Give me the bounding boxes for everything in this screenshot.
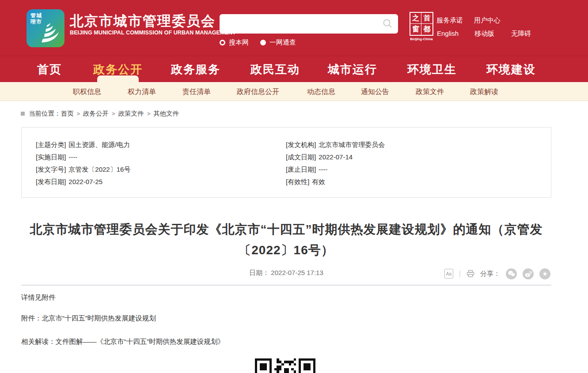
date-value: 2022-07-25 17:13 <box>271 269 323 276</box>
search-input[interactable] <box>226 16 376 32</box>
breadcrumb-separator: > <box>77 110 80 117</box>
share-label: 分享： <box>480 270 500 278</box>
nav-item-interaction[interactable]: 政民互动 <box>250 56 300 83</box>
meta-label: [发布日期] <box>36 178 66 185</box>
link-mobile[interactable]: 移动版 <box>474 30 494 38</box>
title-divider <box>21 285 551 286</box>
breadcrumb-policy-files[interactable]: 政策文件 <box>118 109 144 118</box>
link-accessibility[interactable]: 无障碍 <box>511 30 531 38</box>
breadcrumb-separator: > <box>112 110 115 117</box>
meta-validity: [有效性]有效 <box>286 178 325 187</box>
meta-topic-category: [主题分类]国土资源、能源/电力 <box>36 141 130 150</box>
qr-code <box>255 358 315 373</box>
page: 管城 理市 北京市城市管理委员会 BEIJING MUNICIPAL COMMI… <box>0 0 588 373</box>
breadcrumb: 当前位置： 首页 > 政务公开 > 政策文件 > 其他文件 <box>21 109 179 118</box>
site-title: 北京市城市管理委员会 <box>70 12 216 30</box>
share-qzone-button[interactable]: ★ <box>539 268 550 279</box>
meta-implement-date: [实施日期]---- <box>36 153 77 162</box>
meta-value: 京管发〔2022〕16号 <box>68 166 130 173</box>
nav-item-env-construction[interactable]: 环境建设 <box>486 56 536 83</box>
search-scope-network[interactable]: 一网通查 <box>260 38 296 47</box>
meta-label: [废止日期] <box>286 166 316 173</box>
attachment-line: 附件：北京市“十四五”时期供热发展建设规划 <box>21 314 156 323</box>
subnav-policy-files[interactable]: 政策文件 <box>416 83 444 101</box>
meta-label: [主题分类] <box>36 141 66 148</box>
print-button[interactable] <box>467 270 474 278</box>
meta-label: [有效性] <box>286 178 309 185</box>
meta-label: [发文机构] <box>286 141 316 148</box>
date-share-row: 日期： 2022-07-25 17:13 Aa | 分享： <box>21 268 551 280</box>
search-scope-group: 搜本网 一网通查 <box>220 38 296 46</box>
search-scope-network-label: 一网通查 <box>269 38 296 47</box>
share-weibo-button[interactable] <box>523 268 534 279</box>
font-size-button[interactable]: Aa <box>444 269 453 279</box>
nav-item-city-ops[interactable]: 城市运行 <box>328 56 377 83</box>
page-title: 北京市城市管理委员会关于印发《北京市“十四五”时期供热发展建设规划》的通知（京管… <box>21 219 551 260</box>
related-interpretation-line: 相关解读：文件图解——《北京市“十四五”时期供热发展建设规划》 <box>21 337 224 347</box>
breadcrumb-square-icon <box>21 112 25 116</box>
breadcrumb-label: 当前位置： <box>29 109 61 118</box>
logo-tower-icon <box>36 19 63 45</box>
meta-label: [发文字号] <box>36 166 66 173</box>
meta-value: 国土资源、能源/电力 <box>68 141 130 148</box>
site-logo[interactable]: 管城 理市 <box>27 9 64 47</box>
breadcrumb-home[interactable]: 首页 <box>61 109 74 118</box>
sub-nav: 职权信息 权力清单 责任清单 政府信息公开 动态信息 通知公告 政策文件 政策解… <box>0 83 588 101</box>
meta-publish-date: [发布日期]2022-07-25 <box>36 178 102 187</box>
meta-value: 2022-07-14 <box>319 153 353 161</box>
breadcrumb-other-files[interactable]: 其他文件 <box>153 109 179 118</box>
nav-item-gov-service[interactable]: 政务服务 <box>171 56 220 83</box>
subnav-authority-info[interactable]: 职权信息 <box>73 83 101 101</box>
attachment-link[interactable]: 附件：北京市“十四五”时期供热发展建设规划 <box>21 314 156 322</box>
seal-char: 首 <box>421 13 432 24</box>
link-user-center[interactable]: 用户中心 <box>474 16 501 25</box>
nav-item-gov-open[interactable]: 政务公开 <box>93 56 143 83</box>
date-label: 日期： <box>249 269 269 276</box>
meta-label: [实施日期] <box>36 153 66 161</box>
search-scope-site[interactable]: 搜本网 <box>220 38 249 47</box>
wechat-icon <box>508 271 515 277</box>
search-button[interactable] <box>382 19 393 29</box>
subnav-notices[interactable]: 通知公告 <box>361 83 389 101</box>
subnav-duty-list[interactable]: 责任清单 <box>182 83 211 101</box>
breadcrumb-gov-open[interactable]: 政务公开 <box>83 109 109 118</box>
page-title-line2: 〔2022〕16号） <box>21 240 551 260</box>
body-detail-note: 详情见附件 <box>21 293 56 302</box>
subnav-power-list[interactable]: 权力清单 <box>128 83 156 101</box>
document-meta-box: [主题分类]国土资源、能源/电力 [实施日期]---- [发文字号]京管发〔20… <box>21 127 551 198</box>
search-icon <box>383 19 392 28</box>
seal-char: 之 <box>410 13 421 24</box>
weibo-icon <box>525 271 532 277</box>
search-scope-site-label: 搜本网 <box>229 38 249 47</box>
subnav-dynamic-info[interactable]: 动态信息 <box>307 83 335 101</box>
nav-item-home[interactable]: 首页 <box>37 56 62 83</box>
related-interpretation-link[interactable]: 相关解读：文件图解——《北京市“十四五”时期供热发展建设规划》 <box>21 338 224 345</box>
meta-value: 2022-07-25 <box>68 178 102 185</box>
site-subtitle: BEIJING MUNICIPAL COMMISSION OF URBAN MA… <box>70 30 236 36</box>
meta-written-date: [成文日期]2022-07-14 <box>286 153 353 162</box>
share-wechat-button[interactable] <box>506 268 517 279</box>
seal-char: 都 <box>421 24 432 35</box>
link-service-promise[interactable]: 服务承诺 <box>436 16 463 25</box>
main-nav: 首页 政务公开 政务服务 政民互动 城市运行 环境卫生 环境建设 <box>0 56 588 82</box>
capital-window-logo[interactable]: 之 首 窗 都 <box>410 12 433 36</box>
meta-value: 北京市城市管理委员会 <box>319 141 385 148</box>
meta-value: ---- <box>319 166 327 173</box>
breadcrumb-separator: > <box>147 110 151 117</box>
meta-repeal-date: [废止日期]---- <box>286 166 327 174</box>
meta-value: ---- <box>68 153 77 161</box>
seal-caption: Beijing-China <box>406 37 437 41</box>
printer-icon <box>467 270 474 278</box>
meta-issuing-agency: [发文机构]北京市城市管理委员会 <box>286 141 385 150</box>
site-header: 管城 理市 北京市城市管理委员会 BEIJING MUNICIPAL COMMI… <box>0 0 588 56</box>
subnav-policy-interpret[interactable]: 政策解读 <box>470 83 498 101</box>
meta-label: [成文日期] <box>286 153 316 161</box>
link-english[interactable]: English <box>437 30 459 37</box>
subnav-gov-info-open[interactable]: 政府信息公开 <box>237 83 279 101</box>
radio-unselected-icon <box>260 40 266 45</box>
page-title-line1: 北京市城市管理委员会关于印发《北京市“十四五”时期供热发展建设规划》的通知（京管… <box>21 219 551 240</box>
nav-item-env-sanitation[interactable]: 环境卫生 <box>407 56 457 83</box>
seal-char: 窗 <box>410 24 421 35</box>
publish-datetime: 日期： 2022-07-25 17:13 <box>249 269 323 277</box>
tool-divider: | <box>459 270 461 278</box>
